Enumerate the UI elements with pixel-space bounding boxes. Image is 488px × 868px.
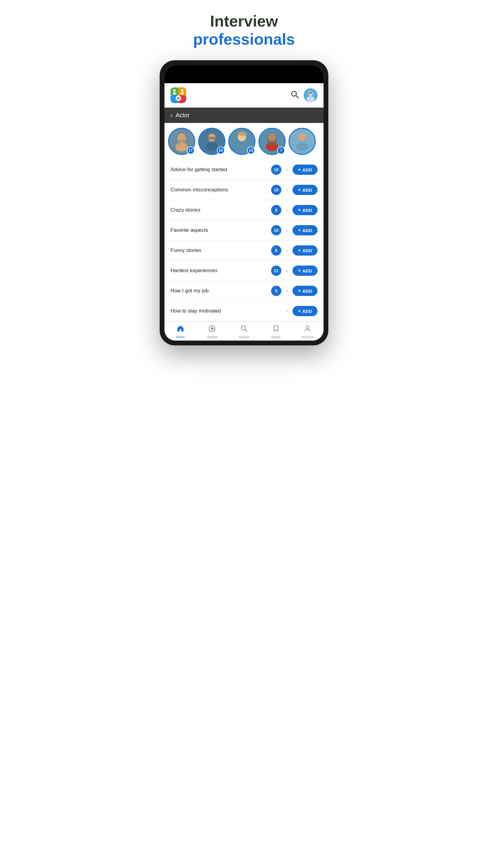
svg-point-19 — [177, 133, 186, 142]
profile-badge-3: 13 — [247, 147, 255, 154]
topic-chevron-4: › — [286, 248, 288, 253]
svg-point-34 — [267, 133, 277, 146]
profile-5[interactable] — [289, 128, 316, 155]
topic-chevron-6: › — [286, 288, 288, 293]
topic-count-1: 10 — [271, 185, 281, 195]
topic-chevron-7: › — [286, 308, 288, 314]
nav-item-account[interactable]: Account — [292, 324, 324, 339]
nav-icon-account — [304, 324, 312, 334]
header-icons — [290, 88, 318, 102]
add-button-5[interactable]: + ADD — [293, 266, 318, 276]
user-avatar[interactable] — [304, 88, 318, 102]
topic-item-0[interactable]: Advice for getting started10›+ ADD — [164, 160, 324, 180]
topic-label-4: Funny stories — [170, 247, 267, 253]
app-logo — [170, 87, 186, 103]
svg-point-17 — [311, 92, 313, 93]
svg-point-36 — [298, 133, 306, 141]
add-button-0[interactable]: + ADD — [293, 164, 318, 175]
title-line1: Interview — [193, 12, 295, 30]
svg-point-6 — [173, 92, 176, 95]
topic-label-7: How to stay motivated — [170, 308, 281, 314]
profile-avatar-5 — [289, 128, 316, 155]
add-button-7[interactable]: + ADD — [293, 306, 318, 316]
profile-1[interactable]: 17 — [168, 128, 195, 155]
svg-point-22 — [208, 134, 216, 142]
topic-chevron-3: › — [286, 227, 288, 233]
back-arrow-icon: ‹ — [170, 112, 173, 119]
svg-point-16 — [309, 92, 311, 94]
nav-label-search: Search — [239, 335, 250, 339]
topic-count-4: 8 — [271, 245, 281, 255]
nav-item-search[interactable]: Search — [228, 324, 260, 339]
svg-point-23 — [205, 143, 218, 151]
topic-chevron-5: › — [286, 268, 288, 273]
topic-item-7[interactable]: How to stay motivated›+ ADD — [164, 301, 324, 321]
topic-item-5[interactable]: Hardest experiences11›+ ADD — [164, 261, 324, 281]
topic-label-5: Hardest experiences — [170, 268, 267, 274]
nav-item-saved[interactable]: Saved — [260, 324, 292, 339]
topic-item-1[interactable]: Common misconceptions10›+ ADD — [164, 180, 324, 200]
topic-item-3[interactable]: Favorite aspects10›+ ADD — [164, 220, 324, 241]
svg-point-20 — [175, 143, 188, 152]
topic-count-6: 9 — [271, 286, 281, 296]
nav-label-home: Home — [176, 335, 185, 339]
nav-label-saved: Saved — [271, 335, 281, 339]
topic-list: Advice for getting started10›+ ADDCommon… — [164, 160, 324, 321]
svg-point-5 — [173, 89, 175, 92]
svg-line-41 — [245, 330, 247, 332]
svg-point-29 — [235, 142, 249, 151]
svg-point-37 — [296, 142, 308, 151]
topic-count-3: 10 — [271, 225, 281, 236]
svg-marker-39 — [212, 327, 214, 330]
back-navigation[interactable]: ‹ Actor — [164, 107, 324, 123]
add-button-6[interactable]: + ADD — [293, 286, 318, 296]
nav-icon-home — [176, 324, 184, 334]
svg-point-42 — [306, 326, 309, 329]
profiles-row: 17 16 — [164, 123, 324, 160]
back-title: Actor — [175, 112, 190, 119]
topic-item-4[interactable]: Funny stories8›+ ADD — [164, 241, 324, 261]
svg-line-12 — [296, 96, 298, 98]
svg-point-15 — [307, 96, 315, 102]
add-button-1[interactable]: + ADD — [293, 185, 318, 195]
nav-icon-stories — [208, 324, 216, 334]
profile-badge-2: 16 — [217, 147, 225, 154]
topic-label-3: Favorite aspects — [170, 227, 267, 233]
topic-count-2: 9 — [271, 205, 281, 215]
nav-icon-saved — [272, 324, 280, 334]
profile-badge-1: 17 — [187, 147, 195, 154]
add-button-2[interactable]: + ADD — [293, 205, 318, 215]
add-button-3[interactable]: + ADD — [293, 225, 318, 236]
topic-chevron-0: › — [286, 167, 288, 173]
topic-label-2: Crazy stories — [170, 207, 267, 213]
add-button-4[interactable]: + ADD — [293, 245, 318, 255]
profile-2[interactable]: 16 — [198, 128, 225, 155]
profile-4[interactable]: 7 — [258, 128, 286, 155]
topic-item-2[interactable]: Crazy stories9›+ ADD — [164, 200, 324, 220]
svg-point-30 — [238, 131, 246, 136]
page-title: Interview professionals — [193, 12, 295, 48]
topic-chevron-1: › — [286, 187, 288, 193]
profile-3[interactable]: 13 — [228, 128, 255, 155]
phone-screen: ‹ Actor 17 — [164, 65, 324, 341]
profile-badge-4: 7 — [277, 147, 285, 154]
app-header — [164, 83, 324, 107]
bottom-navigation: Home Stories Search Saved Account — [164, 321, 324, 341]
topic-item-6[interactable]: How I got my job9›+ ADD — [164, 281, 324, 301]
topic-label-6: How I got my job — [170, 288, 267, 294]
nav-icon-search — [240, 324, 248, 334]
svg-point-8 — [181, 92, 184, 95]
nav-item-stories[interactable]: Stories — [196, 324, 228, 339]
topic-count-0: 10 — [271, 164, 281, 175]
topic-chevron-2: › — [286, 207, 288, 213]
phone-notch — [223, 65, 265, 73]
search-button[interactable] — [290, 90, 299, 101]
svg-point-7 — [181, 89, 184, 92]
nav-label-stories: Stories — [207, 335, 217, 339]
topic-count-5: 11 — [271, 266, 281, 276]
nav-label-account: Account — [301, 335, 314, 339]
topic-label-1: Common misconceptions — [170, 187, 267, 193]
phone-frame: ‹ Actor 17 — [160, 60, 328, 345]
nav-item-home[interactable]: Home — [164, 324, 196, 339]
topic-label-0: Advice for getting started — [170, 167, 267, 173]
